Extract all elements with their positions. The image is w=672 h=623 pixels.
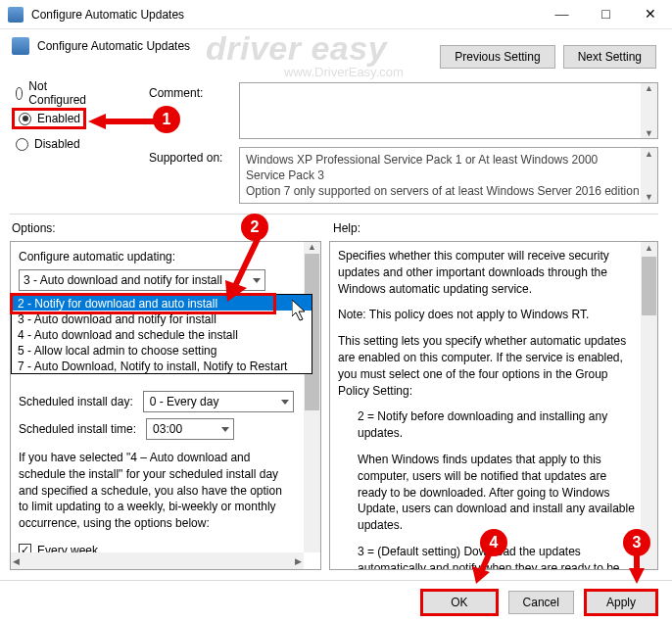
config-updating-select[interactable]: 3 - Auto download and notify for install <box>19 269 265 291</box>
annotation-badge-2: 2 <box>241 214 268 241</box>
help-paragraph: 3 = (Default setting) Download the updat… <box>358 544 638 570</box>
config-updating-label: Configure automatic updating: <box>19 250 312 264</box>
next-setting-button[interactable]: Next Setting <box>563 45 656 69</box>
dialog-title: Configure Automatic Updates <box>37 39 190 53</box>
help-paragraph: When Windows finds updates that apply to… <box>358 452 638 534</box>
help-paragraph: This setting lets you specify whether au… <box>338 333 638 399</box>
help-panel: Specifies whether this computer will rec… <box>329 241 658 570</box>
comment-label: Comment: <box>149 86 203 100</box>
radio-label: Disabled <box>34 137 80 151</box>
dropdown-item[interactable]: 3 - Auto download and notify for install <box>12 311 312 326</box>
apply-button[interactable]: Apply <box>584 589 658 616</box>
radio-not-configured[interactable]: Not Configured <box>12 82 86 104</box>
supported-on-text: Windows XP Professional Service Pack 1 o… <box>239 147 658 204</box>
annotation-arrow-1 <box>88 112 157 131</box>
ok-button[interactable]: OK <box>420 589 498 616</box>
window-title: Configure Automatic Updates <box>31 8 540 22</box>
config-updating-dropdown[interactable]: 2 - Notify for download and auto install… <box>11 294 312 374</box>
state-radio-group: Not Configured Enabled Disabled <box>12 82 86 155</box>
sched-day-select[interactable]: 0 - Every day <box>143 391 294 412</box>
sched-time-select[interactable]: 03:00 <box>146 418 234 440</box>
svg-marker-1 <box>88 114 106 129</box>
radio-label: Not Configured <box>28 79 86 107</box>
help-label: Help: <box>333 221 360 235</box>
options-note: If you have selected "4 – Auto download … <box>19 450 293 532</box>
sched-day-label: Scheduled install day: <box>19 395 133 408</box>
sched-time-label: Scheduled install time: <box>19 422 136 436</box>
sched-day-row: Scheduled install day: 0 - Every day <box>19 391 312 412</box>
radio-icon <box>16 138 28 151</box>
radio-icon <box>19 113 31 125</box>
radio-disabled[interactable]: Disabled <box>12 133 86 155</box>
dropdown-item[interactable]: 5 - Allow local admin to choose setting <box>12 342 312 358</box>
annotation-badge-1: 1 <box>153 106 180 133</box>
sched-time-row: Scheduled install time: 03:00 <box>19 418 312 440</box>
dropdown-item[interactable]: 2 - Notify for download and auto install <box>12 295 312 311</box>
comment-textarea[interactable]: ▲▼ <box>239 82 658 139</box>
cancel-button[interactable]: Cancel <box>508 591 574 614</box>
supported-on-label: Supported on: <box>149 151 222 165</box>
select-value: 3 - Auto download and notify for install <box>24 273 222 287</box>
nav-buttons: Previous Setting Next Setting <box>440 45 656 69</box>
radio-enabled[interactable]: Enabled <box>12 108 86 129</box>
help-paragraph: 2 = Notify before downloading and instal… <box>358 408 638 442</box>
options-label: Options: <box>12 221 56 235</box>
watermark-url: www.DriverEasy.com <box>284 65 404 79</box>
options-panel: Configure automatic updating: 3 - Auto d… <box>10 241 321 570</box>
maximize-button[interactable]: □ <box>584 0 628 29</box>
comment-scrollbar[interactable]: ▲▼ <box>641 83 657 138</box>
titlebar: Configure Automatic Updates — □ ✕ <box>0 0 672 29</box>
policy-icon <box>12 37 29 55</box>
supported-scrollbar[interactable]: ▲▼ <box>641 148 657 203</box>
radio-icon <box>16 87 23 100</box>
supported-on-value: Windows XP Professional Service Pack 1 o… <box>246 153 640 198</box>
help-paragraph: Specifies whether this computer will rec… <box>338 248 638 297</box>
options-v-scrollbar[interactable]: ▲ <box>304 242 320 552</box>
dropdown-item[interactable]: 7 - Auto Download, Notify to install, No… <box>12 358 312 373</box>
previous-setting-button[interactable]: Previous Setting <box>440 45 554 69</box>
minimize-button[interactable]: — <box>540 0 584 29</box>
app-icon <box>8 7 24 23</box>
dropdown-item[interactable]: 4 - Auto download and schedule the insta… <box>12 326 312 342</box>
separator <box>10 214 658 215</box>
help-v-scrollbar[interactable]: ▲ <box>641 242 657 569</box>
radio-label: Enabled <box>37 112 80 125</box>
close-button[interactable]: ✕ <box>628 0 672 29</box>
options-h-scrollbar[interactable]: ◀▶ <box>11 552 304 569</box>
dialog-footer: OK Cancel Apply <box>0 580 672 623</box>
help-paragraph: Note: This policy does not apply to Wind… <box>338 307 638 323</box>
